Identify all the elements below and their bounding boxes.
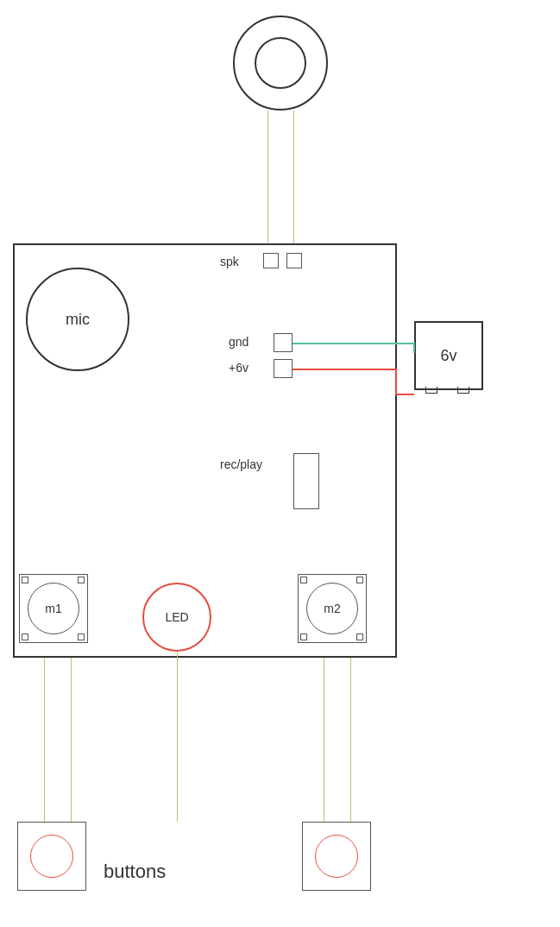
wire-m1-left: [44, 658, 45, 822]
motor-m1: m1: [28, 583, 79, 634]
buttons-label: buttons: [104, 861, 166, 883]
spk-label: spk: [220, 255, 239, 268]
wire-plus-vertical: [395, 369, 397, 394]
motor2-label: m2: [324, 602, 340, 615]
led-label: LED: [165, 610, 188, 624]
wire-m1-right: [71, 658, 72, 822]
motor1-label: m1: [45, 602, 61, 615]
speaker: [233, 16, 328, 110]
wire-plus-horizontal2: [395, 394, 414, 395]
spk-connector-right: [286, 253, 302, 268]
motor-m2: m2: [306, 583, 358, 634]
button-circle-right: [315, 835, 358, 878]
plus6v-connector: [274, 359, 293, 378]
recplay-label: rec/play: [220, 457, 262, 471]
recplay-switch[interactable]: [293, 453, 319, 509]
battery-terminal-right: [457, 387, 469, 394]
wire-speaker-right: [293, 110, 294, 244]
button-box-right[interactable]: [302, 822, 371, 891]
wire-gnd-horizontal: [293, 343, 414, 344]
plus6v-label: +6v: [229, 361, 249, 375]
wire-plus-horizontal: [293, 369, 396, 370]
wire-m2-left: [324, 658, 324, 822]
mic-label: mic: [66, 311, 90, 329]
button-circle-left: [30, 835, 73, 878]
gnd-connector: [274, 333, 293, 352]
wire-gnd-vertical: [413, 343, 415, 353]
battery-terminal-left: [425, 387, 437, 394]
speaker-inner-ring: [255, 37, 306, 89]
wire-m2-right: [350, 658, 351, 822]
gnd-label: gnd: [229, 335, 249, 349]
button-box-left[interactable]: [17, 822, 86, 891]
battery-label: 6v: [440, 347, 456, 365]
motor-m2-outer: m2: [298, 574, 367, 643]
wire-led: [177, 653, 178, 822]
spk-connector-left: [263, 253, 279, 268]
motor-m1-outer: m1: [19, 574, 88, 643]
mic: mic: [26, 268, 129, 371]
circuit-diagram: spk mic gnd +6v 6v rec/play m1 LED: [0, 0, 560, 927]
battery-box: 6v: [414, 321, 483, 390]
wire-speaker-left: [267, 110, 268, 244]
led: LED: [142, 583, 211, 652]
